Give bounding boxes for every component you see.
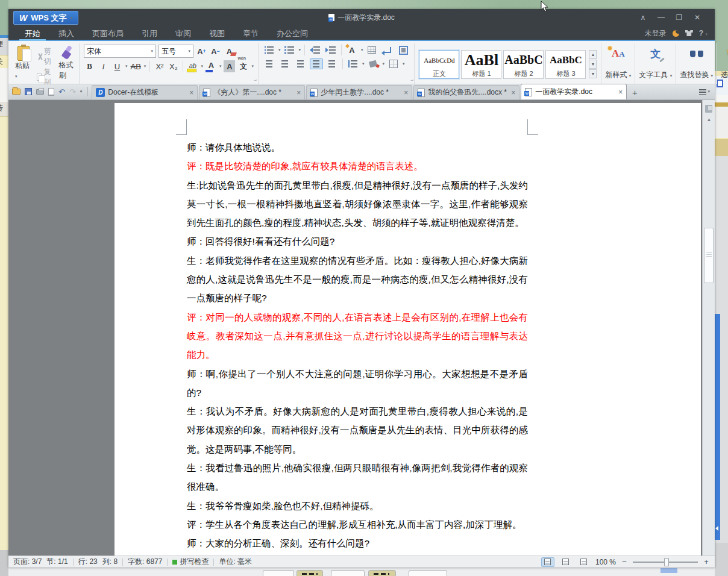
styles-scroll-up[interactable]: ▲ bbox=[589, 50, 597, 59]
bullet-list-button[interactable] bbox=[263, 45, 276, 55]
tab-list-button[interactable]: ▾ bbox=[699, 84, 710, 99]
vertical-scrollbar[interactable]: ▲ bbox=[702, 100, 715, 556]
shading-button[interactable] bbox=[366, 58, 380, 69]
chevron-down-icon[interactable]: ▾ bbox=[278, 48, 281, 52]
tab-insert[interactable]: 插入 bbox=[49, 27, 83, 40]
align-right-button[interactable] bbox=[294, 58, 307, 69]
minimize-button[interactable]: — bbox=[652, 9, 670, 27]
styles-more-button[interactable]: ▼ bbox=[589, 69, 597, 78]
new-style-button[interactable]: AA 新样式 ▾ bbox=[601, 43, 635, 84]
style-heading1[interactable]: AaBl 标题 1 bbox=[461, 50, 501, 79]
outline-view-button[interactable] bbox=[559, 557, 573, 567]
align-left-button[interactable] bbox=[263, 58, 276, 69]
reading-layout-icon[interactable] bbox=[705, 105, 712, 113]
wrap-button[interactable] bbox=[381, 45, 394, 55]
styles-scroll-down[interactable]: ▼ bbox=[589, 60, 597, 69]
underline-button[interactable]: U bbox=[111, 60, 123, 72]
document-page[interactable]: 师：请你具体地说说。 评：既是比较清楚的印象,就应有较具体清楚的语言表述。 生:… bbox=[115, 103, 701, 556]
night-mode-icon[interactable] bbox=[673, 30, 679, 37]
status-wordcount[interactable]: 字数: 6877 bbox=[128, 557, 162, 567]
font-dialog-launcher[interactable]: ⌐ bbox=[254, 78, 257, 83]
doc-tab-yimian-active[interactable]: 一面教学实录.doc × bbox=[521, 84, 627, 99]
font-color-button[interactable]: A bbox=[206, 60, 217, 72]
tab-page-layout[interactable]: 页面布局 bbox=[83, 27, 133, 40]
zoom-in-button[interactable]: + bbox=[703, 557, 710, 566]
style-heading3[interactable]: AaBbC 标题 3 bbox=[545, 50, 586, 79]
chevron-down-icon[interactable]: ▾ bbox=[80, 89, 83, 94]
chevron-down-icon[interactable]: ▾ bbox=[403, 61, 405, 66]
subscript-button[interactable]: X₂ bbox=[168, 60, 179, 72]
chevron-down-icon[interactable]: ▾ bbox=[251, 64, 254, 69]
chevron-down-icon[interactable]: ▾ bbox=[144, 64, 146, 69]
chevron-down-icon[interactable]: ▾ bbox=[298, 48, 301, 52]
strikethrough-button[interactable]: AB bbox=[130, 60, 142, 72]
pinyin-guide-button[interactable]: wén文 bbox=[237, 60, 249, 72]
doc-tab-qiongren[interactable]: 《穷人》第一....doc * × bbox=[199, 85, 305, 99]
tab-references[interactable]: 引用 bbox=[133, 27, 166, 40]
borders-button[interactable] bbox=[387, 58, 400, 69]
text-direction-button[interactable] bbox=[397, 45, 410, 55]
font-size-select[interactable]: 五号▾ bbox=[158, 45, 193, 58]
undo-icon[interactable]: ↶ bbox=[58, 87, 65, 96]
zoom-level[interactable]: 100 % bbox=[595, 558, 616, 566]
zoom-out-button[interactable]: − bbox=[621, 557, 628, 566]
increase-indent-button[interactable] bbox=[324, 45, 337, 55]
align-center-button[interactable] bbox=[278, 58, 292, 69]
skin-icon[interactable] bbox=[685, 30, 693, 36]
chevron-down-icon[interactable]: ▾ bbox=[201, 64, 203, 69]
doc-tab-shaonianruntu[interactable]: 少年闰土教学....doc * × bbox=[306, 85, 412, 99]
status-line[interactable]: 行: 23 bbox=[78, 557, 98, 567]
justify-button[interactable] bbox=[310, 58, 323, 69]
find-replace-button[interactable]: 查找替换 ▾ bbox=[676, 43, 717, 84]
scrollbar-thumb[interactable] bbox=[704, 228, 714, 283]
text-tool-button[interactable]: 文 文字工具 ▾ bbox=[635, 43, 676, 84]
spellcheck-indicator[interactable]: 拼写检查 bbox=[172, 557, 209, 567]
doc-tab-bofuluxun[interactable]: 我的伯父鲁迅先....docx * × bbox=[413, 85, 519, 99]
text-effects-button[interactable]: A bbox=[345, 45, 359, 55]
maximize-button[interactable]: ❐ bbox=[670, 9, 688, 27]
italic-button[interactable]: I bbox=[98, 60, 109, 72]
close-icon[interactable]: × bbox=[511, 89, 515, 97]
save-icon[interactable] bbox=[25, 88, 32, 95]
cut-button[interactable]: 剪切 bbox=[37, 46, 54, 67]
paragraph-dialog-launcher[interactable]: ⌐ bbox=[410, 78, 413, 83]
help-button[interactable]: ? ▾ bbox=[699, 29, 708, 37]
wps-app-menu-button[interactable]: W WPS 文字 ▾ bbox=[13, 11, 78, 25]
tab-home[interactable]: 开始 bbox=[16, 27, 49, 40]
paste-button[interactable]: 粘贴 ▾ bbox=[15, 45, 32, 84]
distribute-button[interactable] bbox=[325, 58, 339, 69]
open-icon[interactable] bbox=[12, 89, 20, 95]
tab-office-space[interactable]: 办公空间 bbox=[268, 27, 317, 40]
redo-icon[interactable]: ↷ bbox=[69, 87, 76, 96]
style-heading2[interactable]: AaBbC 标题 2 bbox=[503, 50, 544, 79]
tab-view[interactable]: 视图 bbox=[200, 27, 234, 40]
chevron-down-icon[interactable]: ▾ bbox=[382, 61, 384, 66]
line-spacing-button[interactable] bbox=[347, 58, 360, 69]
bold-button[interactable]: B bbox=[84, 60, 95, 72]
page-view-button[interactable] bbox=[541, 557, 554, 567]
print-icon[interactable] bbox=[36, 89, 44, 95]
chevron-down-icon[interactable]: ▾ bbox=[362, 61, 365, 66]
close-icon[interactable]: × bbox=[404, 89, 408, 97]
character-shading-button[interactable]: A bbox=[224, 60, 235, 72]
title-bar[interactable]: W WPS 文字 ▾ 一面教学实录.doc ∧ — ❐ ✕ bbox=[8, 9, 715, 27]
zoom-slider-thumb[interactable] bbox=[664, 558, 669, 566]
new-tab-button[interactable]: + bbox=[628, 85, 641, 99]
chevron-down-icon[interactable]: ▾ bbox=[125, 64, 128, 69]
status-page[interactable]: 页面: 3/7 bbox=[13, 557, 42, 567]
font-family-select[interactable]: 宋体▾ bbox=[84, 45, 156, 58]
chevron-down-icon[interactable]: ▾ bbox=[219, 64, 222, 69]
close-button[interactable]: ✕ bbox=[688, 9, 706, 27]
scroll-up-arrow[interactable]: ▲ bbox=[703, 117, 715, 122]
format-painter-button[interactable]: 格式刷 bbox=[59, 45, 75, 84]
status-section[interactable]: 节: 1/1 bbox=[46, 557, 67, 567]
style-normal[interactable]: AaBbCcDd 正文 bbox=[419, 50, 459, 79]
shrink-font-button[interactable]: A− bbox=[210, 45, 221, 57]
highlight-color-button[interactable]: ab bbox=[187, 60, 198, 72]
superscript-button[interactable]: X² bbox=[154, 60, 165, 72]
grow-font-button[interactable]: A+ bbox=[196, 45, 207, 57]
tab-review[interactable]: 审阅 bbox=[166, 27, 200, 40]
close-icon[interactable]: × bbox=[618, 88, 623, 96]
select-button[interactable]: 选择 ▾ bbox=[717, 43, 728, 84]
tab-section[interactable]: 章节 bbox=[234, 27, 268, 40]
